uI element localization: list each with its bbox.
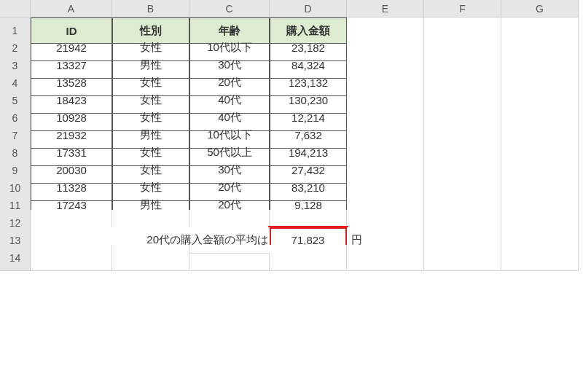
summary-label[interactable]: 20代の購入金額の平均は [189,227,270,254]
cell-blank[interactable] [424,245,501,271]
row-header-14[interactable]: 14 [0,245,31,271]
col-header-c[interactable]: C [189,0,270,17]
spreadsheet-grid[interactable]: A B C D E F G 1 ID 性別 年齢 購入金額 2 21942 女性… [0,0,583,262]
cell-blank[interactable] [270,245,347,271]
select-all-corner[interactable] [0,0,31,17]
col-header-f[interactable]: F [424,0,501,17]
col-header-a[interactable]: A [31,0,112,17]
col-header-g[interactable]: G [501,0,579,17]
col-header-d[interactable]: D [270,0,347,17]
cell-blank[interactable] [112,245,189,271]
cell-blank[interactable] [31,245,112,271]
cell-blank[interactable] [501,245,579,271]
col-header-b[interactable]: B [112,0,189,17]
cell-blank[interactable] [347,245,424,271]
col-header-e[interactable]: E [347,0,424,17]
